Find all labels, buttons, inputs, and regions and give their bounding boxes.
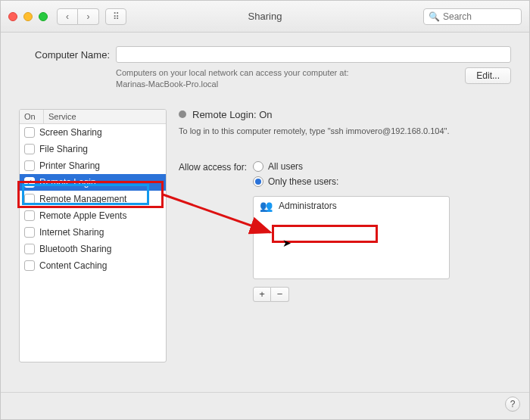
service-detail: Remote Login: On To log in to this compu… [179,109,511,362]
nav-buttons: ‹ › [57,8,99,25]
radio-icon [253,161,263,172]
status-row: Remote Login: On [179,109,511,120]
grid-icon: ⠿ [113,11,120,22]
radio-icon [253,176,263,187]
col-on-header: On [20,110,44,123]
footer [1,392,529,419]
service-label: Remote Login [39,177,96,188]
zoom-window-button[interactable] [39,12,48,21]
radio-all-users[interactable]: All users [253,161,450,172]
status-hint: To log in to this computer remotely, typ… [179,126,511,135]
service-label: Remote Management [39,194,126,204]
content-area: Computer Name: Computers on your local n… [1,33,529,109]
service-label: Internet Sharing [39,227,104,238]
info-line-1: Computers on your local network can acce… [116,68,349,77]
service-row-printer-sharing[interactable]: Printer Sharing [20,157,166,174]
checkbox[interactable] [24,194,35,204]
window-controls [8,12,48,21]
search-icon: 🔍 [429,11,440,22]
radio-label: All users [268,161,303,172]
service-row-internet-sharing[interactable]: Internet Sharing [20,224,166,241]
service-row-content-caching[interactable]: Content Caching [20,257,166,274]
show-all-button[interactable]: ⠿ [105,8,126,25]
allow-access-label: Allow access for: [179,161,247,173]
chevron-left-icon: ‹ [66,11,69,22]
computer-name-info: Computers on your local network can acce… [116,67,457,91]
user-label: Administrators [279,201,337,211]
computer-name-label: Computer Name: [19,49,110,61]
service-row-remote-apple-events[interactable]: Remote Apple Events [20,207,166,224]
checkbox[interactable] [24,227,35,238]
checkbox[interactable] [24,244,35,254]
radio-only-these-users[interactable]: Only these users: [253,176,450,187]
col-service-header: Service [44,110,166,123]
add-remove-buttons: + − [253,287,450,302]
service-label: Bluetooth Sharing [39,244,111,254]
computer-name-row: Computer Name: [19,46,511,63]
service-row-screen-sharing[interactable]: Screen Sharing [20,124,166,141]
checkbox[interactable]: ✓ [24,177,35,188]
computer-name-input[interactable] [116,46,511,63]
search-input[interactable] [443,11,516,22]
minimize-window-button[interactable] [23,12,33,21]
checkbox[interactable] [24,144,35,154]
service-label: File Sharing [39,144,88,154]
service-label: Content Caching [39,260,107,271]
add-user-button[interactable]: + [253,287,271,302]
sharing-preferences-window: ‹ › ⠿ Sharing 🔍 Computer Name: Computers… [0,0,530,420]
service-row-file-sharing[interactable]: File Sharing [20,141,166,157]
service-row-bluetooth-sharing[interactable]: Bluetooth Sharing [20,241,166,257]
allow-access-options: All users Only these users: 👥 Administra… [253,161,450,302]
close-window-button[interactable] [8,12,17,21]
allow-access-row: Allow access for: All users Only these u… [179,161,511,302]
help-button[interactable]: ? [505,397,520,412]
services-header: On Service [20,110,166,124]
edit-hostname-button[interactable]: Edit... [465,67,511,84]
services-list: On Service Screen Sharing File Sharing P… [19,109,167,362]
checkbox[interactable] [24,127,35,138]
checkbox[interactable] [24,260,35,271]
search-field[interactable]: 🔍 [423,8,522,25]
status-label: Remote Login: On [192,109,273,120]
service-row-remote-management[interactable]: Remote Management [20,191,166,207]
user-row-administrators[interactable]: 👥 Administrators [254,197,449,215]
main-area: On Service Screen Sharing File Sharing P… [1,109,529,362]
chevron-right-icon: › [87,11,90,22]
service-row-remote-login[interactable]: ✓ Remote Login [20,174,166,191]
service-label: Screen Sharing [39,127,102,138]
checkbox[interactable] [24,210,35,221]
service-label: Printer Sharing [39,160,100,171]
forward-button[interactable]: › [78,8,99,25]
back-button[interactable]: ‹ [57,8,78,25]
users-icon: 👥 [260,200,273,212]
titlebar: ‹ › ⠿ Sharing 🔍 [1,1,529,33]
computer-name-info-row: Computers on your local network can acce… [19,67,511,91]
service-label: Remote Apple Events [39,210,126,221]
info-line-2: Marinas-MacBook-Pro.local [116,79,218,89]
remove-user-button[interactable]: − [271,287,289,302]
allowed-users-list[interactable]: 👥 Administrators [253,196,450,279]
status-indicator-icon [179,110,186,118]
radio-label: Only these users: [268,176,338,187]
checkbox[interactable] [24,160,35,171]
